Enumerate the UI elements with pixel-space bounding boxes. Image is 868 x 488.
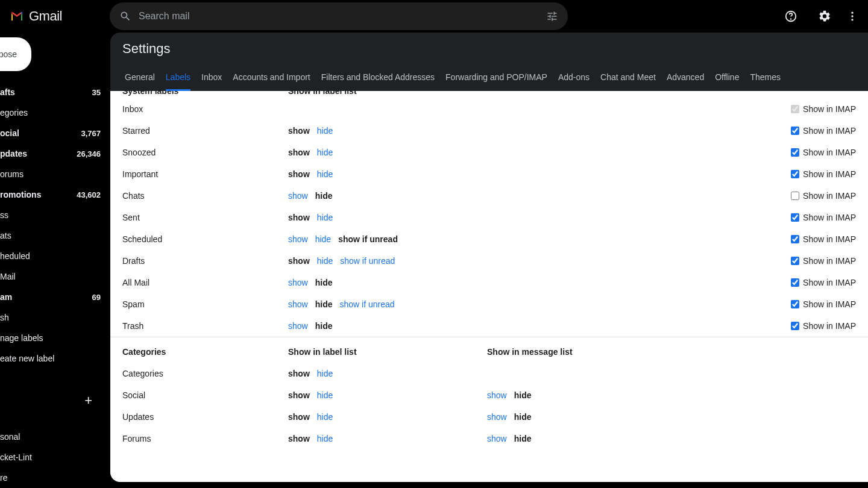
visibility-option[interactable]: hide xyxy=(514,390,532,400)
sidebar-item[interactable]: afts35 xyxy=(0,82,110,102)
visibility-option[interactable]: hide xyxy=(317,256,333,266)
imap-checkbox[interactable] xyxy=(791,148,799,157)
visibility-option[interactable]: show xyxy=(288,126,310,136)
sidebar-item[interactable]: nage labels xyxy=(0,328,110,348)
label-imap: Show in IMAP xyxy=(740,104,856,114)
imap-checkbox[interactable] xyxy=(791,300,799,308)
compose-button[interactable]: mpose xyxy=(0,37,31,71)
label-show-opts: showhide xyxy=(288,321,487,331)
visibility-option[interactable]: show xyxy=(288,256,310,266)
tab-chat-and-meet[interactable]: Chat and Meet xyxy=(600,69,656,91)
sidebar-item-count: 43,602 xyxy=(77,190,101,199)
sidebar-item[interactable]: am69 xyxy=(0,287,110,307)
sidebar-item[interactable]: pdates26,346 xyxy=(0,143,110,164)
help-button[interactable] xyxy=(779,4,803,28)
visibility-option[interactable]: hide xyxy=(514,434,532,443)
visibility-option[interactable]: hide xyxy=(317,169,333,179)
tab-labels[interactable]: Labels xyxy=(166,69,190,91)
visibility-option[interactable]: show xyxy=(288,299,308,309)
imap-checkbox[interactable] xyxy=(791,192,799,200)
visibility-option[interactable]: show xyxy=(487,434,507,443)
imap-checkbox[interactable] xyxy=(791,322,799,330)
sidebar-item[interactable]: sh xyxy=(0,307,110,328)
visibility-option[interactable]: show xyxy=(288,412,310,422)
more-button[interactable] xyxy=(846,4,858,28)
plus-icon[interactable]: + xyxy=(84,393,92,408)
brand-text: Gmail xyxy=(29,8,62,24)
tab-advanced[interactable]: Advanced xyxy=(667,69,704,91)
visibility-option[interactable]: show xyxy=(288,191,308,201)
sidebar-item[interactable]: ats xyxy=(0,225,110,246)
sidebar-item[interactable]: ocial3,767 xyxy=(0,123,110,143)
label-row: Social showhide showhide xyxy=(110,384,868,406)
col-categories: Categories xyxy=(122,347,288,357)
visibility-option[interactable]: show xyxy=(288,169,310,179)
imap-checkbox[interactable] xyxy=(791,105,799,113)
visibility-option[interactable]: hide xyxy=(315,321,333,331)
imap-checkbox[interactable] xyxy=(791,235,799,243)
visibility-option[interactable]: hide xyxy=(317,126,333,136)
imap-checkbox[interactable] xyxy=(791,278,799,287)
sidebar-custom-label[interactable]: cket-Lint xyxy=(0,447,110,468)
sidebar-custom-label[interactable]: re xyxy=(0,468,110,488)
imap-label: Show in IMAP xyxy=(803,191,856,201)
sidebar-item[interactable]: romotions43,602 xyxy=(0,184,110,205)
tab-accounts-and-import[interactable]: Accounts and Import xyxy=(233,69,310,91)
visibility-option[interactable]: show xyxy=(288,148,310,157)
sidebar-item-count: 26,346 xyxy=(77,149,101,158)
sidebar-item[interactable]: eate new label xyxy=(0,348,110,369)
visibility-option[interactable]: show xyxy=(288,234,308,244)
tab-filters-and-blocked-addresses[interactable]: Filters and Blocked Addresses xyxy=(321,69,435,91)
sidebar-item[interactable]: egories xyxy=(0,102,110,123)
visibility-option[interactable]: show if unread xyxy=(339,299,394,309)
sidebar-item[interactable]: Mail xyxy=(0,266,110,287)
visibility-option[interactable]: show xyxy=(487,412,507,422)
sidebar-item[interactable]: heduled xyxy=(0,246,110,266)
visibility-option[interactable]: hide xyxy=(315,278,333,287)
sidebar-item[interactable]: orums xyxy=(0,164,110,184)
visibility-option[interactable]: show xyxy=(487,390,507,400)
visibility-option[interactable]: hide xyxy=(317,148,333,157)
visibility-option[interactable]: hide xyxy=(317,213,333,222)
imap-checkbox[interactable] xyxy=(791,257,799,265)
tab-offline[interactable]: Offline xyxy=(715,69,739,91)
svg-point-4 xyxy=(851,19,853,20)
visibility-option[interactable]: hide xyxy=(317,412,333,422)
imap-checkbox[interactable] xyxy=(791,127,799,135)
tune-icon[interactable] xyxy=(546,10,558,22)
visibility-option[interactable]: show xyxy=(288,434,310,443)
visibility-option[interactable]: show xyxy=(288,213,310,222)
tab-general[interactable]: General xyxy=(125,69,155,91)
visibility-option[interactable]: show xyxy=(288,390,310,400)
settings-button[interactable] xyxy=(813,4,837,28)
settings-content[interactable]: System labels Show in label list Inbox S… xyxy=(110,91,868,482)
tab-forwarding-and-pop/imap[interactable]: Forwarding and POP/IMAP xyxy=(445,69,547,91)
visibility-option[interactable]: show xyxy=(288,321,308,331)
visibility-option[interactable]: hide xyxy=(315,299,333,309)
tab-themes[interactable]: Themes xyxy=(750,69,781,91)
label-name: All Mail xyxy=(122,278,288,287)
search-bar[interactable] xyxy=(110,2,568,30)
visibility-option[interactable]: hide xyxy=(315,191,333,201)
visibility-option[interactable]: show if unread xyxy=(340,256,395,266)
categories-header: Categories Show in label list Show in me… xyxy=(110,337,868,363)
visibility-option[interactable]: show xyxy=(288,369,310,378)
label-row: Sent showhide Show in IMAP xyxy=(110,207,868,228)
visibility-option[interactable]: show xyxy=(288,278,308,287)
imap-checkbox[interactable] xyxy=(791,170,799,178)
sidebar-item[interactable]: ss xyxy=(0,205,110,225)
visibility-option[interactable]: hide xyxy=(317,390,333,400)
visibility-option[interactable]: hide xyxy=(315,234,331,244)
visibility-option[interactable]: hide xyxy=(514,412,532,422)
sidebar-custom-label[interactable]: sonal xyxy=(0,427,110,447)
sidebar-item-label: re xyxy=(0,473,101,483)
label-name: Snoozed xyxy=(122,148,288,157)
visibility-option[interactable]: show if unread xyxy=(338,234,398,244)
visibility-option[interactable]: hide xyxy=(317,369,333,378)
tab-inbox[interactable]: Inbox xyxy=(201,69,222,91)
imap-checkbox[interactable] xyxy=(791,213,799,222)
visibility-option[interactable]: hide xyxy=(317,434,333,443)
logo-area[interactable]: Gmail xyxy=(10,8,100,24)
tab-add-ons[interactable]: Add-ons xyxy=(558,69,590,91)
search-input[interactable] xyxy=(139,11,539,22)
